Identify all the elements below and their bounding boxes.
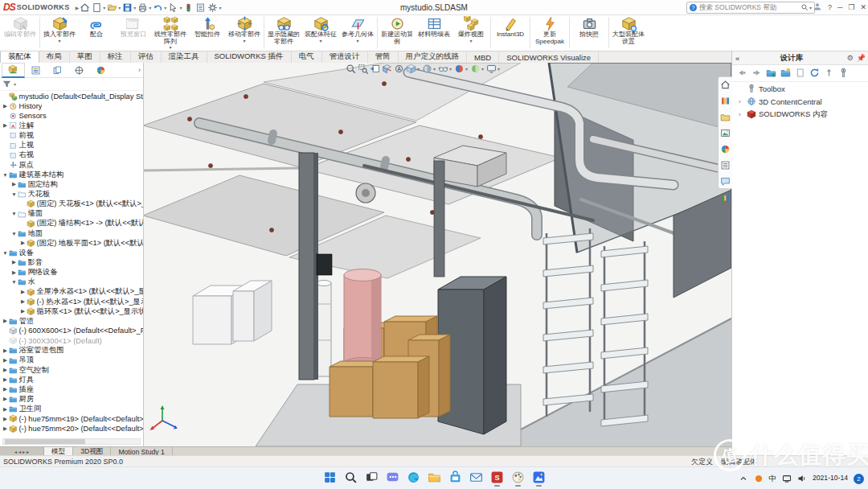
tab-管筒[interactable]: 管筒 xyxy=(368,51,399,63)
ribbon-insert-component-button[interactable]: 插入零部件▾ xyxy=(41,14,78,51)
appearance-icon[interactable]: ▾ xyxy=(454,64,469,74)
add-to-library-icon[interactable] xyxy=(766,68,776,80)
tree-row[interactable]: ▼墙面 xyxy=(0,209,143,219)
tree-expand-icon[interactable]: ▶ xyxy=(2,357,9,364)
view-cube-icon[interactable]: ▾ xyxy=(406,64,420,74)
tree-row[interactable]: ▶灯具 xyxy=(0,375,143,384)
tree-row[interactable]: (-) 300X300<1> (Default) xyxy=(0,336,143,346)
taskbar-paint-icon[interactable] xyxy=(511,471,525,487)
tree-row[interactable]: 右视 xyxy=(0,150,143,160)
fm-tab-configurations[interactable] xyxy=(47,64,68,76)
tree-horizontal-scrollbar[interactable] xyxy=(2,438,141,445)
annotation-icon[interactable]: A xyxy=(394,64,404,74)
tree-expand-icon[interactable]: ▶ xyxy=(10,181,18,187)
tree-expand-icon[interactable]: ▶ xyxy=(2,425,9,432)
tab-布局[interactable]: 布局 xyxy=(39,51,70,63)
tree-row[interactable]: ▶(固定) 地板平面<1> (默认<<默认>_显 xyxy=(0,238,143,248)
save-icon[interactable]: ▾ xyxy=(122,2,136,13)
taskbar-task-view-icon[interactable] xyxy=(365,471,379,487)
tree-row[interactable]: ▶全屋净水器<1> (默认<<默认>_显示状 xyxy=(0,287,143,297)
tree-expand-icon[interactable]: ▶ xyxy=(2,347,9,354)
volume-icon[interactable] xyxy=(797,474,807,483)
taskbar-solidworks-icon[interactable]: S xyxy=(490,471,504,487)
tree-expand-icon[interactable]: ▼ xyxy=(2,172,9,178)
fm-tab-propertymanager[interactable] xyxy=(25,64,47,76)
ribbon-motion-study-button[interactable]: 新建运动算例 xyxy=(379,14,416,51)
tab-MBD[interactable]: MBD xyxy=(467,52,499,63)
tree-expand-icon[interactable]: ▶ xyxy=(2,406,9,413)
tree-row[interactable]: ▶A注解 xyxy=(0,121,143,130)
taskbar-clock[interactable]: 2021-10-14 xyxy=(813,475,848,482)
tree-row[interactable]: ▶(-) hue75mm<20> (Default<<Default>_Pho xyxy=(0,424,143,434)
tree-row[interactable]: (固定) 墙结构<1> -> (默认<<默认>_ xyxy=(0,219,143,228)
tree-expand-icon[interactable]: ▶ xyxy=(2,376,9,383)
user-account-icon[interactable] xyxy=(813,2,822,13)
tree-expand-icon[interactable]: ▶ xyxy=(2,318,9,324)
taskpane-tab-design-library-icon[interactable] xyxy=(720,95,731,109)
undo-icon[interactable]: ▾ xyxy=(153,2,166,13)
tree-row[interactable]: ▼建筑基本结构 xyxy=(0,170,143,179)
dropdown-caret-icon[interactable]: ▾ xyxy=(469,39,472,43)
tree-expand-icon[interactable]: ▶ xyxy=(2,367,9,373)
rebuild-icon[interactable] xyxy=(183,2,194,13)
tree-expand-icon[interactable]: ▼ xyxy=(2,250,9,256)
model-scene[interactable] xyxy=(143,63,731,446)
ribbon-instant3d-button[interactable]: Instant3D xyxy=(492,14,529,51)
ime-indicator[interactable]: 中 xyxy=(769,474,777,484)
ribbon-show-hidden-button[interactable]: 显示隐藏的零部件 xyxy=(265,14,302,51)
tree-row[interactable]: ▶(-) hue75mm<19> (Default<<Default>_Pho xyxy=(0,414,143,424)
ribbon-mate-button[interactable]: 配合 xyxy=(78,14,115,51)
open-icon[interactable]: ▾ xyxy=(107,2,121,13)
print-icon[interactable]: ▾ xyxy=(137,2,151,13)
ribbon-large-assembly-button[interactable]: 大型装配体设置 xyxy=(610,14,647,51)
ribbon-pattern-button[interactable]: 线性零部件阵列▾ xyxy=(152,14,189,51)
tab-评估[interactable]: 评估 xyxy=(131,51,162,63)
library-expand-icon[interactable]: › xyxy=(739,98,744,105)
taskpane-tab-custom-properties-icon[interactable] xyxy=(720,159,731,174)
tree-row[interactable]: 上视 xyxy=(0,141,143,150)
up-icon[interactable] xyxy=(824,68,834,80)
dropdown-caret-icon[interactable]: ▾ xyxy=(243,39,245,43)
taskbar-store-icon[interactable] xyxy=(448,471,462,487)
scene-icon[interactable]: ▾ xyxy=(470,64,485,74)
taskpane-tab-appearances-icon[interactable] xyxy=(720,143,731,158)
dropdown-caret-icon[interactable]: ▾ xyxy=(58,39,60,43)
help-button[interactable]: ? xyxy=(828,3,832,11)
tree-row[interactable]: ▶影音 xyxy=(0,257,143,267)
taskbar-start-icon[interactable] xyxy=(323,471,337,487)
back-icon[interactable] xyxy=(737,68,747,80)
previous-view-icon[interactable] xyxy=(370,64,380,74)
taskpane-tab-view-palette-icon[interactable] xyxy=(720,127,731,142)
tab-电气[interactable]: 电气 xyxy=(292,51,322,63)
tree-row[interactable]: ▼地面 xyxy=(0,228,143,238)
ribbon-exploded-view-button[interactable]: 爆炸视图▾ xyxy=(452,14,489,51)
home-icon[interactable] xyxy=(80,2,90,13)
tab-SOLIDWORKS 插件[interactable]: SOLIDWORKS 插件 xyxy=(207,51,292,63)
options-icon[interactable]: ▾ xyxy=(207,2,221,13)
tree-row[interactable]: ▶History xyxy=(0,101,143,111)
hide-show-icon[interactable]: ▾ xyxy=(438,64,452,74)
tree-row[interactable]: ▶插座 xyxy=(0,384,143,394)
tree-expand-icon[interactable]: ▼ xyxy=(10,211,18,216)
3d-viewport[interactable]: A▾▾▾▾▾▾ xyxy=(143,63,731,446)
forward-icon[interactable] xyxy=(751,68,762,80)
tab-渲染工具[interactable]: 渲染工具 xyxy=(162,51,207,63)
tray-app-icon[interactable] xyxy=(754,474,764,483)
ribbon-reference-geometry-button[interactable]: 参考几何体▾ xyxy=(339,14,376,51)
tree-row[interactable]: ▶卫生间 xyxy=(0,405,143,414)
tree-expand-icon[interactable]: ▶ xyxy=(2,122,9,129)
tree-row[interactable]: 前视 xyxy=(0,131,143,141)
tree-expand-icon[interactable]: ▶ xyxy=(19,298,27,305)
tab-SOLIDWORKS Visualize[interactable]: SOLIDWORKS Visualize xyxy=(499,52,599,63)
file-properties-icon[interactable] xyxy=(195,2,206,13)
taskpane-tab-file-explorer-icon[interactable] xyxy=(720,111,731,125)
restore-button[interactable]: ❐ xyxy=(848,3,854,11)
taskpane-tab-compare-icon[interactable] xyxy=(720,191,731,206)
tab-用户定义的线路[interactable]: 用户定义的线路 xyxy=(399,51,468,63)
zoom-fit-icon[interactable] xyxy=(346,64,356,74)
dropdown-caret-icon[interactable]: ▾ xyxy=(169,45,171,50)
taskbar-photos-icon[interactable] xyxy=(532,471,546,487)
tree-expand-icon[interactable]: ▶ xyxy=(19,240,27,246)
new-icon[interactable]: ▾ xyxy=(92,2,105,13)
network-icon[interactable] xyxy=(782,474,792,483)
